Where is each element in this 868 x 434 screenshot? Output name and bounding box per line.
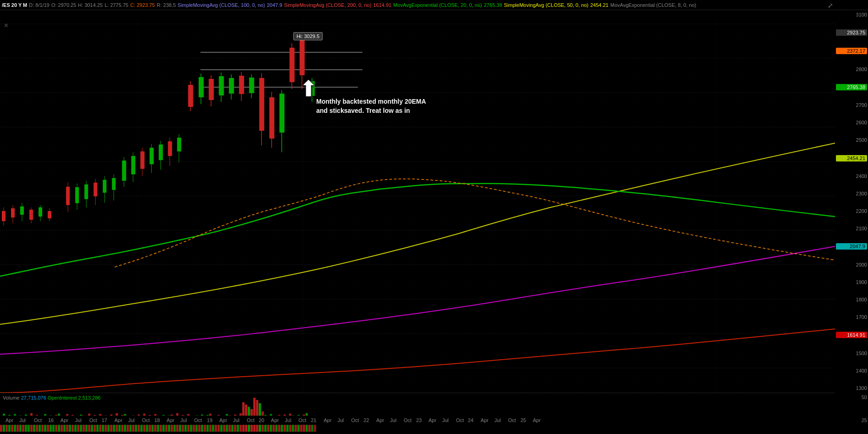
svg-rect-65 bbox=[239, 76, 244, 94]
svg-text:Jul: Jul bbox=[494, 417, 501, 423]
price-1700: 1700 bbox=[836, 314, 867, 320]
svg-rect-57 bbox=[198, 77, 203, 97]
volume-area: Volume 27,715,076 OpenInterest 2,513,286 bbox=[0, 393, 835, 434]
price-1300: 1300 bbox=[836, 385, 867, 391]
price-2600: 2600 bbox=[836, 120, 867, 125]
svg-text:Apr: Apr bbox=[429, 417, 436, 423]
up-arrow-icon: ⬆ bbox=[299, 78, 318, 100]
oi-value: 2,513,286 bbox=[78, 395, 101, 401]
price-2700: 2700 bbox=[836, 102, 867, 108]
svg-text:Apr: Apr bbox=[5, 417, 13, 423]
svg-text:Jul: Jul bbox=[337, 417, 344, 423]
svg-text:Oct: Oct bbox=[247, 417, 254, 423]
close-label: C: 2923.75 bbox=[130, 2, 155, 8]
svg-rect-69 bbox=[259, 78, 264, 131]
price-1400: 1400 bbox=[836, 368, 867, 373]
svg-text:Oct: Oct bbox=[298, 417, 306, 423]
price-2800: 2800 bbox=[836, 67, 867, 72]
svg-text:Jul: Jul bbox=[128, 417, 135, 423]
svg-text:Oct: Oct bbox=[456, 417, 464, 423]
time-axis-svg: Apr Jul Oct 16 Apr Jul Oct 17 Apr Jul Oc… bbox=[1, 416, 834, 425]
ema8-label: MovAvgExponential (CLOSE, 8, 0, no) bbox=[610, 2, 697, 8]
svg-rect-35 bbox=[93, 183, 97, 196]
svg-rect-25 bbox=[38, 207, 42, 217]
price-2100: 2100 bbox=[836, 226, 867, 231]
svg-text:Jul: Jul bbox=[285, 417, 291, 423]
svg-rect-23 bbox=[29, 210, 33, 220]
sma200-val: 1614.91 bbox=[373, 2, 391, 8]
volume-label: Volume 27,715,076 OpenInterest 2,513,286 bbox=[3, 395, 100, 401]
svg-text:Jul: Jul bbox=[390, 417, 396, 423]
svg-text:Apr: Apr bbox=[271, 417, 279, 423]
svg-rect-21 bbox=[20, 206, 24, 215]
svg-text:Jul: Jul bbox=[233, 417, 239, 423]
svg-text:Oct: Oct bbox=[351, 417, 359, 423]
price-badge-sma200: 1614.91 bbox=[836, 332, 867, 338]
svg-text:22: 22 bbox=[363, 417, 369, 423]
svg-rect-63 bbox=[229, 78, 234, 94]
hi-value: Hi: 3029.5 bbox=[297, 33, 319, 39]
volume-axis: 50 25 bbox=[835, 393, 868, 425]
svg-text:Jul: Jul bbox=[181, 417, 187, 423]
svg-text:Oct: Oct bbox=[34, 417, 42, 423]
price-badge-sma100: 2047.9 bbox=[836, 243, 867, 250]
vol-value: 27,715,076 bbox=[21, 395, 46, 401]
price-2400: 2400 bbox=[836, 173, 867, 179]
price-2300: 2300 bbox=[836, 191, 867, 196]
svg-text:23: 23 bbox=[416, 417, 422, 423]
svg-text:Jul: Jul bbox=[442, 417, 449, 423]
svg-text:Apr: Apr bbox=[167, 417, 175, 423]
vol-title: Volume bbox=[3, 395, 21, 401]
hi-tooltip: Hi: 3029.5 bbox=[293, 32, 323, 40]
svg-rect-29 bbox=[66, 187, 70, 205]
price-2500: 2500 bbox=[836, 137, 867, 143]
svg-rect-47 bbox=[149, 148, 154, 164]
svg-text:18: 18 bbox=[154, 417, 160, 423]
volume-svg bbox=[0, 393, 835, 434]
svg-rect-59 bbox=[209, 79, 214, 100]
svg-text:Oct: Oct bbox=[89, 417, 97, 423]
svg-rect-75 bbox=[290, 48, 295, 82]
price-2200: 2200 bbox=[836, 208, 867, 214]
low-label: L: 2775.75 bbox=[104, 2, 128, 8]
price-axis: 3100 2923.75 2372.17 2800 2765.38 2700 2… bbox=[835, 10, 868, 393]
open-label: O: 2970.25 bbox=[51, 2, 76, 8]
svg-rect-37 bbox=[103, 180, 106, 193]
svg-text:Oct: Oct bbox=[508, 417, 516, 423]
chart-container: /ES 20 Y M D: 8/1/19 O: 2970.25 H: 3014.… bbox=[0, 0, 868, 434]
symbol-label: /ES 20 Y M bbox=[2, 2, 27, 8]
svg-rect-49 bbox=[159, 145, 163, 160]
annotation-text: Monthly backtested monthly 20EMA and sti… bbox=[316, 97, 426, 115]
expand-icon[interactable]: ⤢ bbox=[828, 2, 833, 9]
svg-rect-45 bbox=[140, 151, 144, 169]
price-badge-close: 2923.75 bbox=[836, 29, 867, 36]
svg-rect-27 bbox=[48, 211, 51, 218]
watermark-cross: ✕ bbox=[4, 22, 9, 29]
svg-text:Jul: Jul bbox=[19, 417, 26, 423]
svg-rect-77 bbox=[300, 39, 305, 75]
svg-text:17: 17 bbox=[102, 417, 107, 423]
sma100-label: SimpleMovingAvg (CLOSE, 100, 0, no) bbox=[178, 2, 265, 8]
svg-text:Apr: Apr bbox=[481, 417, 489, 423]
time-axis: Apr Jul Oct 16 Apr Jul Oct 17 Apr Jul Oc… bbox=[0, 416, 835, 425]
svg-rect-43 bbox=[131, 156, 135, 174]
svg-text:21: 21 bbox=[311, 417, 316, 423]
svg-text:16: 16 bbox=[48, 417, 54, 423]
svg-text:20: 20 bbox=[258, 417, 264, 423]
svg-text:Oct: Oct bbox=[194, 417, 202, 423]
sma200-label: SimpleMovingAvg (CLOSE, 200, 0, no) bbox=[284, 2, 372, 8]
high-label: H: 3014.25 bbox=[78, 2, 103, 8]
date-label: D: 8/1/19 bbox=[29, 2, 49, 8]
svg-text:Oct: Oct bbox=[404, 417, 412, 423]
svg-rect-55 bbox=[188, 85, 193, 107]
price-badge-ema20: 2765.38 bbox=[836, 84, 867, 90]
ema20-label: MovAvgExponential (CLOSE, 20, 0, no) bbox=[393, 2, 482, 8]
price-2000: 2000 bbox=[836, 262, 867, 267]
svg-text:Apr: Apr bbox=[115, 417, 122, 423]
chart-svg bbox=[0, 10, 835, 393]
svg-rect-73 bbox=[280, 94, 285, 133]
sma50-val: 2454.21 bbox=[590, 2, 609, 8]
svg-rect-17 bbox=[2, 211, 5, 221]
sma50-label: SimpleMovingAvg (CLOSE, 50, 0, no) bbox=[504, 2, 588, 8]
vol-axis-50: 50 bbox=[836, 395, 867, 400]
